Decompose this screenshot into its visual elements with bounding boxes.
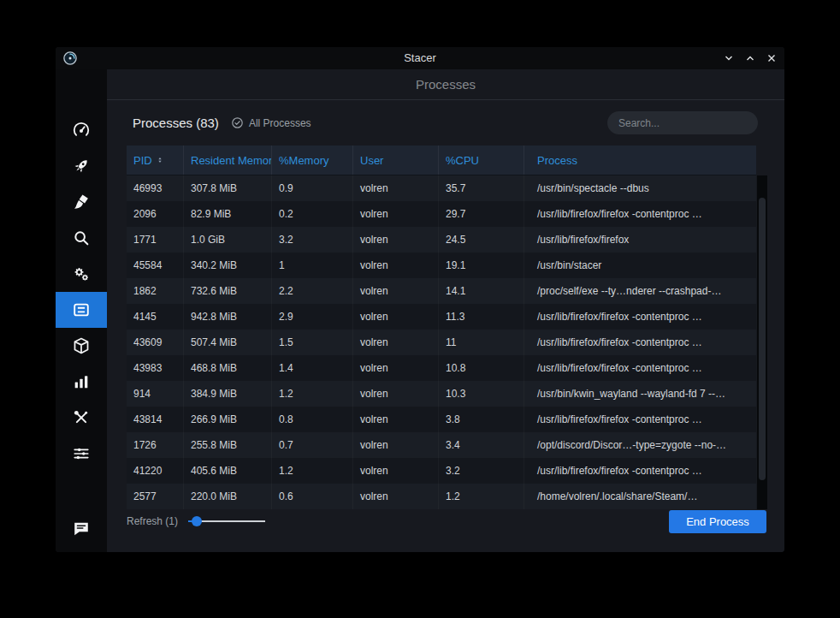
- scrollbar-handle[interactable]: [759, 198, 766, 480]
- cell-process: /usr/lib/firefox/firefox -contentproc …: [524, 407, 756, 432]
- cell-memory-percent: 0.8: [272, 407, 353, 432]
- sidebar-item-uninstaller[interactable]: [56, 328, 107, 364]
- process-table-header: PID Resident Memory %Memory User %CPU Pr…: [127, 146, 756, 175]
- sidebar-item-feedback[interactable]: [56, 511, 107, 547]
- bar-chart-icon: [72, 372, 91, 391]
- maximize-button[interactable]: [742, 51, 758, 66]
- toolbar: Processes (83) All Processes: [107, 100, 784, 146]
- cell-pid: 2577: [127, 484, 184, 509]
- sort-icon: [156, 156, 164, 164]
- end-process-button[interactable]: End Process: [669, 510, 766, 533]
- cell-pid: 43609: [127, 330, 184, 355]
- cell-pid: 2096: [127, 201, 184, 227]
- cell-process: /usr/lib/firefox/firefox -contentproc …: [524, 304, 756, 330]
- page-title: Processes: [107, 69, 784, 100]
- table-row[interactable]: 43983 468.8 MiB 1.4 volren 10.8 /usr/lib…: [127, 355, 756, 381]
- checkbox-checked-icon: [231, 116, 244, 129]
- table-row[interactable]: 1726 255.8 MiB 0.7 volren 3.4 /opt/disco…: [127, 432, 756, 458]
- cell-cpu-percent: 24.5: [439, 227, 524, 253]
- table-row[interactable]: 43814 266.9 MiB 0.8 volren 3.8 /usr/lib/…: [127, 407, 756, 432]
- sidebar-item-settings[interactable]: [56, 436, 107, 472]
- cell-resident-memory: 405.6 MiB: [184, 458, 272, 484]
- cell-resident-memory: 307.8 MiB: [184, 175, 272, 201]
- tools-icon: [72, 408, 91, 427]
- cell-pid: 43814: [127, 407, 184, 432]
- header-resident-memory[interactable]: Resident Memory: [184, 146, 272, 175]
- cell-cpu-percent: 10.3: [439, 381, 524, 407]
- cell-resident-memory: 266.9 MiB: [184, 407, 272, 432]
- cell-pid: 43983: [127, 355, 184, 381]
- desktop-background: Stacer: [0, 0, 840, 618]
- header-cpu-percent[interactable]: %CPU: [439, 146, 524, 175]
- header-user[interactable]: User: [353, 146, 439, 175]
- close-button[interactable]: [764, 51, 779, 66]
- sidebar-item-system-cleaner[interactable]: [56, 184, 107, 220]
- cell-pid: 1771: [127, 227, 184, 253]
- search-input[interactable]: [618, 117, 751, 129]
- header-pid[interactable]: PID: [127, 146, 184, 175]
- cell-cpu-percent: 19.1: [439, 253, 524, 278]
- cell-pid: 41220: [127, 458, 184, 484]
- cell-pid: 1862: [127, 278, 184, 304]
- cell-resident-memory: 507.4 MiB: [184, 330, 272, 355]
- search-box[interactable]: [607, 111, 758, 134]
- sidebar-item-dashboard[interactable]: [56, 112, 107, 148]
- cell-memory-percent: 1.4: [272, 355, 353, 381]
- cell-resident-memory: 82.9 MiB: [184, 201, 272, 227]
- cell-process: /home/volren/.local/share/Steam/…: [524, 484, 756, 509]
- sidebar-item-resources[interactable]: [56, 364, 107, 400]
- cell-user: volren: [353, 330, 439, 355]
- minimize-button[interactable]: [721, 51, 736, 66]
- cell-process: /usr/lib/firefox/firefox -contentproc …: [524, 355, 756, 381]
- all-processes-checkbox[interactable]: All Processes: [231, 116, 311, 129]
- main-content: Processes Processes (83) All Processes: [107, 69, 784, 552]
- cell-resident-memory: 255.8 MiB: [184, 432, 272, 458]
- process-table-body: 46993 307.8 MiB 0.9 volren 35.7 /usr/bin…: [127, 175, 756, 509]
- refresh-label: Refresh (1): [127, 515, 178, 527]
- slider-handle[interactable]: [192, 516, 202, 526]
- cell-user: volren: [353, 458, 439, 484]
- gauge-icon: [72, 121, 91, 140]
- cell-resident-memory: 220.0 MiB: [184, 484, 272, 509]
- sidebar-item-search[interactable]: [56, 220, 107, 256]
- sidebar-item-helpers[interactable]: [56, 400, 107, 436]
- table-row[interactable]: 2577 220.0 MiB 0.6 volren 1.2 /home/volr…: [127, 484, 756, 509]
- cell-memory-percent: 1.2: [272, 458, 353, 484]
- cell-process: /usr/bin/kwin_wayland --wayland-fd 7 --…: [524, 381, 756, 407]
- table-row[interactable]: 41220 405.6 MiB 1.2 volren 3.2 /usr/lib/…: [127, 458, 756, 484]
- table-row[interactable]: 1771 1.0 GiB 3.2 volren 24.5 /usr/lib/fi…: [127, 227, 756, 253]
- cell-cpu-percent: 29.7: [439, 201, 524, 227]
- sidebar-item-services[interactable]: [56, 256, 107, 292]
- table-row[interactable]: 914 384.9 MiB 1.2 volren 10.3 /usr/bin/k…: [127, 381, 756, 407]
- chat-bubble-icon: [72, 520, 91, 538]
- cell-cpu-percent: 3.8: [439, 407, 524, 432]
- cell-process: /usr/bin/spectacle --dbus: [524, 175, 756, 201]
- cell-pid: 1726: [127, 432, 184, 458]
- gears-icon: [72, 264, 91, 283]
- cell-pid: 914: [127, 381, 184, 407]
- table-row[interactable]: 45584 340.2 MiB 1 volren 19.1 /usr/bin/s…: [127, 253, 756, 278]
- cell-process: /usr/bin/stacer: [524, 253, 756, 278]
- sidebar-item-processes[interactable]: [56, 292, 107, 328]
- cell-cpu-percent: 11: [439, 330, 524, 355]
- refresh-interval-slider[interactable]: [188, 514, 265, 529]
- table-row[interactable]: 2096 82.9 MiB 0.2 volren 29.7 /usr/lib/f…: [127, 201, 756, 227]
- header-memory-percent[interactable]: %Memory: [272, 146, 353, 175]
- cell-resident-memory: 340.2 MiB: [184, 253, 272, 278]
- cell-pid: 46993: [127, 175, 184, 201]
- table-row[interactable]: 46993 307.8 MiB 0.9 volren 35.7 /usr/bin…: [127, 175, 756, 201]
- vertical-scrollbar[interactable]: [757, 175, 767, 509]
- table-row[interactable]: 1862 732.6 MiB 2.2 volren 14.1 /proc/sel…: [127, 278, 756, 304]
- sidebar-item-startup-apps[interactable]: [56, 148, 107, 184]
- header-process[interactable]: Process: [524, 146, 756, 175]
- cell-memory-percent: 2.2: [272, 278, 353, 304]
- cell-resident-memory: 1.0 GiB: [184, 227, 272, 253]
- cell-user: volren: [353, 407, 439, 432]
- sliders-icon: [72, 444, 91, 463]
- table-row[interactable]: 43609 507.4 MiB 1.5 volren 11 /usr/lib/f…: [127, 330, 756, 355]
- cell-resident-memory: 942.8 MiB: [184, 304, 272, 330]
- cell-cpu-percent: 3.4: [439, 432, 524, 458]
- cell-user: volren: [353, 227, 439, 253]
- cell-process: /usr/lib/firefox/firefox -contentproc …: [524, 201, 756, 227]
- table-row[interactable]: 4145 942.8 MiB 2.9 volren 11.3 /usr/lib/…: [127, 304, 756, 330]
